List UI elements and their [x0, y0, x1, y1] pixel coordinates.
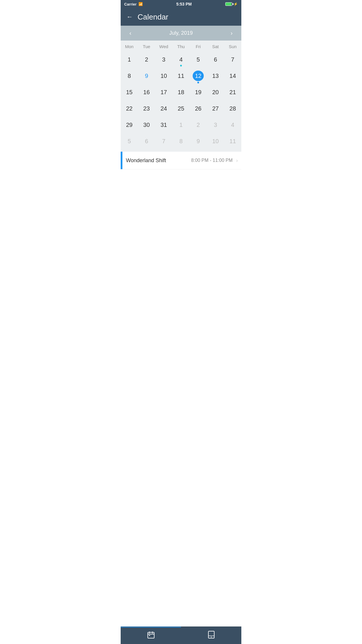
cal-day-13[interactable]: 13 — [207, 68, 224, 84]
cal-day-8[interactable]: 8 — [121, 68, 138, 84]
cal-day-11[interactable]: 11 — [172, 68, 189, 84]
cal-day-aug-8[interactable]: 8 — [172, 133, 189, 149]
weekday-sat: Sat — [207, 43, 224, 50]
event-dot-12 — [197, 82, 199, 83]
cal-day-16[interactable]: 16 — [138, 84, 155, 100]
status-bar: Carrier 📶 5:53 PM ⚡ — [121, 0, 241, 8]
cal-day-aug-6[interactable]: 6 — [138, 133, 155, 149]
charging-icon: ⚡ — [233, 2, 238, 6]
cal-day-3[interactable]: 3 — [155, 51, 172, 68]
cal-day-29[interactable]: 29 — [121, 117, 138, 133]
cal-day-27[interactable]: 27 — [207, 100, 224, 117]
weekday-wed: Wed — [155, 43, 172, 50]
weekday-mon: Mon — [121, 43, 138, 50]
battery-icon — [225, 2, 232, 6]
weekday-sun: Sun — [224, 43, 241, 50]
cal-day-20[interactable]: 20 — [207, 84, 224, 100]
back-button[interactable]: ← — [125, 12, 134, 22]
weekday-thu: Thu — [172, 43, 189, 50]
cal-day-10[interactable]: 10 — [155, 68, 172, 84]
events-section: Wonderland Shift 8:00 PM - 11:00 PM › — [121, 152, 241, 210]
month-title: July, 2019 — [169, 30, 193, 36]
prev-month-button[interactable]: ‹ — [126, 29, 134, 38]
cal-day-31[interactable]: 31 — [155, 117, 172, 133]
cal-day-25[interactable]: 25 — [172, 100, 189, 117]
event-name: Wonderland Shift — [126, 158, 166, 164]
cal-day-aug-5[interactable]: 5 — [121, 133, 138, 149]
next-month-button[interactable]: › — [228, 29, 236, 38]
header: ← Calendar — [121, 8, 241, 26]
cal-day-24[interactable]: 24 — [155, 100, 172, 117]
status-time: 5:53 PM — [176, 2, 192, 6]
cal-day-aug-7[interactable]: 7 — [155, 133, 172, 149]
cal-day-26[interactable]: 26 — [190, 100, 207, 117]
page-title: Calendar — [138, 13, 168, 22]
cal-day-23[interactable]: 23 — [138, 100, 155, 117]
cal-day-9[interactable]: 9 — [138, 68, 155, 84]
battery-fill — [226, 3, 231, 6]
cal-day-1[interactable]: 1 — [121, 51, 138, 68]
cal-day-18[interactable]: 18 — [172, 84, 189, 100]
weekdays-row: Mon Tue Wed Thu Fri Sat Sun — [121, 41, 241, 51]
carrier-label: Carrier — [124, 2, 137, 6]
cal-day-aug-3[interactable]: 3 — [207, 117, 224, 133]
cal-day-2[interactable]: 2 — [138, 51, 155, 68]
event-dot-4 — [180, 65, 182, 66]
wifi-icon: 📶 — [138, 2, 143, 6]
cal-day-21[interactable]: 21 — [224, 84, 241, 100]
cal-day-6[interactable]: 6 — [207, 51, 224, 68]
cal-day-aug-9[interactable]: 9 — [190, 133, 207, 149]
cal-day-28[interactable]: 28 — [224, 100, 241, 117]
cal-day-14[interactable]: 14 — [224, 68, 241, 84]
cal-day-aug-2[interactable]: 2 — [190, 117, 207, 133]
event-item-wonderland[interactable]: Wonderland Shift 8:00 PM - 11:00 PM › — [121, 152, 241, 169]
event-time: 8:00 PM - 11:00 PM — [191, 158, 233, 163]
cal-day-5[interactable]: 5 — [190, 51, 207, 68]
cal-day-aug-4[interactable]: 4 — [224, 117, 241, 133]
cal-day-7[interactable]: 7 — [224, 51, 241, 68]
cal-day-22[interactable]: 22 — [121, 100, 138, 117]
cal-day-30[interactable]: 30 — [138, 117, 155, 133]
weekday-tue: Tue — [138, 43, 155, 50]
cal-day-aug-11[interactable]: 11 — [224, 133, 241, 149]
calendar-nav: ‹ July, 2019 › — [121, 26, 241, 41]
event-content: Wonderland Shift 8:00 PM - 11:00 PM — [122, 153, 236, 168]
cal-day-aug-10[interactable]: 10 — [207, 133, 224, 149]
cal-day-17[interactable]: 17 — [155, 84, 172, 100]
cal-day-4[interactable]: 4 — [172, 51, 189, 68]
weekday-fri: Fri — [190, 43, 207, 50]
cal-day-19[interactable]: 19 — [190, 84, 207, 100]
cal-day-15[interactable]: 15 — [121, 84, 138, 100]
cal-day-12-today[interactable]: 12 — [190, 68, 207, 84]
calendar-container: Mon Tue Wed Thu Fri Sat Sun 1 2 3 4 5 6 … — [121, 41, 241, 152]
chevron-right-icon: › — [236, 158, 238, 164]
status-bar-left: Carrier 📶 — [124, 2, 143, 6]
calendar-grid: 1 2 3 4 5 6 7 8 9 10 11 12 13 14 15 16 1… — [121, 51, 241, 149]
cal-day-aug-1[interactable]: 1 — [172, 117, 189, 133]
status-bar-right: ⚡ — [225, 2, 238, 6]
